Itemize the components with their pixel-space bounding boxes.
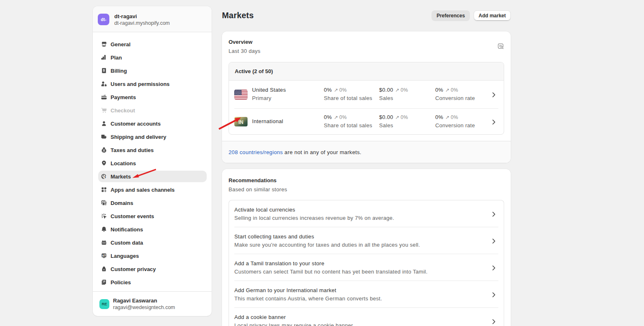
svg-text:IN: IN [238, 119, 243, 125]
svg-text:A: A [102, 254, 104, 257]
svg-text:$: $ [104, 175, 106, 179]
